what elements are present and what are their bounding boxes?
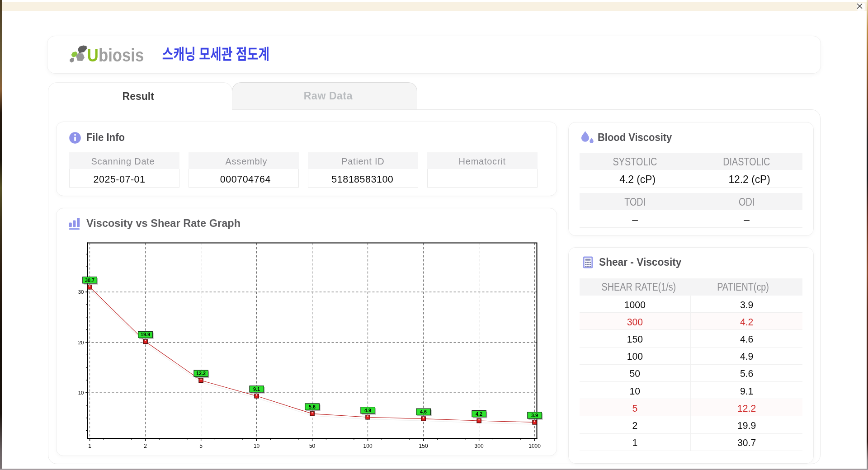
svg-text:50: 50 [309,443,316,449]
svg-text:Ubiosis: Ubiosis [87,44,144,66]
svg-text:10: 10 [254,443,260,449]
svg-text:30: 30 [78,289,84,295]
svg-text:4.9: 4.9 [364,408,371,413]
svg-text:1: 1 [88,443,91,449]
svg-text:10: 10 [78,390,84,395]
svg-text:1000: 1000 [528,443,541,449]
svg-text:5.6: 5.6 [309,404,316,409]
svg-text:100: 100 [363,443,373,449]
svg-text:12.2: 12.2 [196,371,206,376]
svg-text:20: 20 [78,340,84,345]
svg-text:150: 150 [419,443,428,449]
svg-text:3.9: 3.9 [531,413,538,418]
svg-text:19.9: 19.9 [141,332,150,337]
svg-text:300: 300 [475,443,484,449]
svg-text:9.1: 9.1 [253,386,260,392]
svg-text:4.6: 4.6 [420,409,427,414]
svg-text:5: 5 [199,443,203,449]
svg-text:30.7: 30.7 [85,277,94,283]
svg-text:2: 2 [144,443,147,449]
svg-text:4.2: 4.2 [476,411,482,417]
